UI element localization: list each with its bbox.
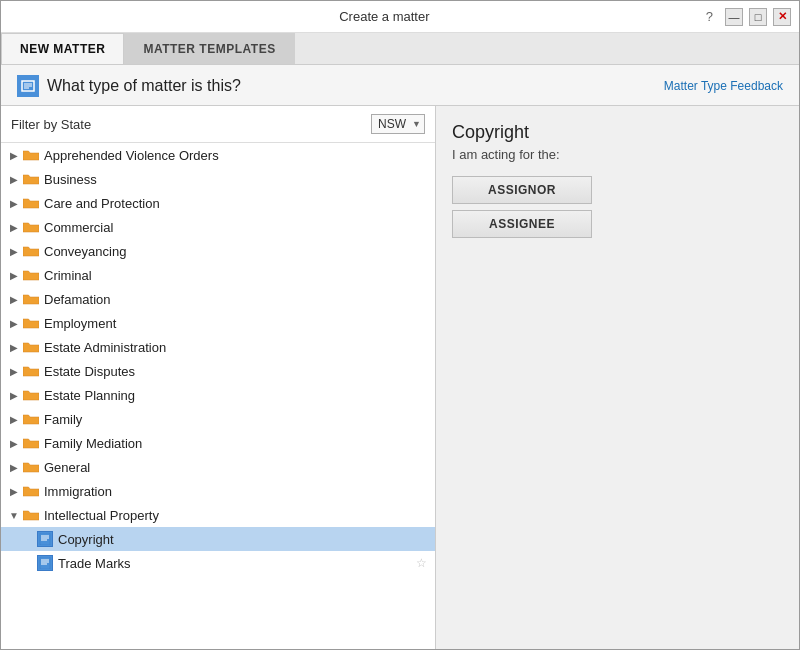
- tab-bar: NEW MATTER MATTER TEMPLATES: [1, 33, 799, 65]
- expand-icon: ▶: [7, 292, 21, 306]
- list-item[interactable]: ▶ Family: [1, 407, 435, 431]
- expand-icon: ▶: [7, 436, 21, 450]
- expand-icon: ▶: [7, 364, 21, 378]
- assignee-button[interactable]: ASSIGNEE: [452, 210, 592, 238]
- header-left: What type of matter is this?: [17, 75, 241, 97]
- folder-icon: [23, 413, 39, 425]
- folder-icon: [23, 317, 39, 329]
- list-item[interactable]: ▶ Commercial: [1, 215, 435, 239]
- content-area: Filter by State NSW VIC QLD SA WA TAS NT…: [1, 105, 799, 649]
- list-item-label: Business: [44, 172, 97, 187]
- list-item-label: Copyright: [58, 532, 114, 547]
- folder-icon: [23, 197, 39, 209]
- list-item[interactable]: Copyright: [1, 527, 435, 551]
- window-title: Create a matter: [69, 9, 700, 24]
- minimize-button[interactable]: —: [725, 8, 743, 26]
- tab-matter-templates[interactable]: MATTER TEMPLATES: [124, 33, 294, 64]
- folder-icon: [23, 173, 39, 185]
- folder-icon: [23, 389, 39, 401]
- detail-title: Copyright: [452, 122, 783, 143]
- detail-subtitle: I am acting for the:: [452, 147, 783, 162]
- folder-icon: [23, 269, 39, 281]
- list-item[interactable]: ▶ Business: [1, 167, 435, 191]
- star-icon: ☆: [416, 556, 427, 570]
- expand-icon: ▶: [7, 460, 21, 474]
- list-item[interactable]: ▶ Defamation: [1, 287, 435, 311]
- list-item[interactable]: ▶ Family Mediation: [1, 431, 435, 455]
- list-item[interactable]: ▶ General: [1, 455, 435, 479]
- expand-icon: ▶: [7, 172, 21, 186]
- expand-icon: ▶: [7, 244, 21, 258]
- folder-icon: [23, 245, 39, 257]
- feedback-link[interactable]: Matter Type Feedback: [664, 79, 783, 93]
- page-title: What type of matter is this?: [47, 77, 241, 95]
- filter-label: Filter by State: [11, 117, 91, 132]
- folder-icon: [23, 293, 39, 305]
- filter-bar: Filter by State NSW VIC QLD SA WA TAS NT…: [1, 106, 435, 143]
- state-select[interactable]: NSW VIC QLD SA WA TAS NT ACT: [371, 114, 425, 134]
- list-item-label: Commercial: [44, 220, 113, 235]
- folder-icon: [23, 341, 39, 353]
- list-item[interactable]: ▶ Immigration: [1, 479, 435, 503]
- expand-icon: ▶: [7, 196, 21, 210]
- tree-area: ▶ Apprehended Violence Orders ▶ Business: [1, 143, 435, 649]
- tab-new-matter[interactable]: NEW MATTER: [1, 33, 124, 64]
- left-panel: Filter by State NSW VIC QLD SA WA TAS NT…: [1, 106, 436, 649]
- folder-icon: [23, 221, 39, 233]
- list-item[interactable]: ▶ Estate Administration: [1, 335, 435, 359]
- list-item-label: Estate Planning: [44, 388, 135, 403]
- svg-rect-8: [40, 557, 50, 569]
- expand-icon: ▶: [7, 220, 21, 234]
- list-item-label: Apprehended Violence Orders: [44, 148, 219, 163]
- folder-icon: [23, 485, 39, 497]
- expand-icon: ▶: [7, 340, 21, 354]
- list-item[interactable]: ▶ Apprehended Violence Orders: [1, 143, 435, 167]
- list-item-label: General: [44, 460, 90, 475]
- doc-icon: [37, 555, 53, 571]
- list-item[interactable]: Trade Marks ☆: [1, 551, 435, 575]
- list-item-label: Trade Marks: [58, 556, 130, 571]
- right-panel: Copyright I am acting for the: ASSIGNOR …: [436, 106, 799, 649]
- expand-icon: ▼: [7, 508, 21, 522]
- list-item-label: Estate Administration: [44, 340, 166, 355]
- page-header: What type of matter is this? Matter Type…: [1, 65, 799, 105]
- close-button[interactable]: ✕: [773, 8, 791, 26]
- svg-rect-4: [40, 533, 50, 545]
- expand-icon: ▶: [7, 316, 21, 330]
- list-item-label: Family Mediation: [44, 436, 142, 451]
- list-item[interactable]: ▶ Care and Protection: [1, 191, 435, 215]
- folder-icon: [23, 437, 39, 449]
- expand-icon: ▶: [7, 268, 21, 282]
- expand-icon: ▶: [7, 148, 21, 162]
- expand-icon: ▶: [7, 412, 21, 426]
- list-item-label: Estate Disputes: [44, 364, 135, 379]
- folder-icon: [23, 365, 39, 377]
- expand-icon: ▶: [7, 388, 21, 402]
- assignor-button[interactable]: ASSIGNOR: [452, 176, 592, 204]
- expand-icon: ▶: [7, 484, 21, 498]
- state-select-wrapper: NSW VIC QLD SA WA TAS NT ACT: [371, 114, 425, 134]
- doc-icon: [37, 531, 53, 547]
- main-window: Create a matter ? — □ ✕ NEW MATTER MATTE…: [0, 0, 800, 650]
- list-item[interactable]: ▶ Estate Planning: [1, 383, 435, 407]
- list-item-label: Family: [44, 412, 82, 427]
- list-item-label: Employment: [44, 316, 116, 331]
- list-item[interactable]: ▼ Intellectual Property: [1, 503, 435, 527]
- list-item[interactable]: ▶ Conveyancing: [1, 239, 435, 263]
- list-item[interactable]: ▶ Criminal: [1, 263, 435, 287]
- list-item-label: Conveyancing: [44, 244, 126, 259]
- maximize-button[interactable]: □: [749, 8, 767, 26]
- title-bar-controls: ? — □ ✕: [700, 7, 791, 26]
- list-item-label: Defamation: [44, 292, 110, 307]
- folder-icon: [23, 461, 39, 473]
- matter-icon: [17, 75, 39, 97]
- folder-icon: [23, 149, 39, 161]
- folder-icon: [23, 509, 39, 521]
- help-button[interactable]: ?: [700, 7, 719, 26]
- title-bar: Create a matter ? — □ ✕: [1, 1, 799, 33]
- list-item-label: Immigration: [44, 484, 112, 499]
- list-item[interactable]: ▶ Employment: [1, 311, 435, 335]
- list-item-label: Care and Protection: [44, 196, 160, 211]
- list-item[interactable]: ▶ Estate Disputes: [1, 359, 435, 383]
- list-item-label: Criminal: [44, 268, 92, 283]
